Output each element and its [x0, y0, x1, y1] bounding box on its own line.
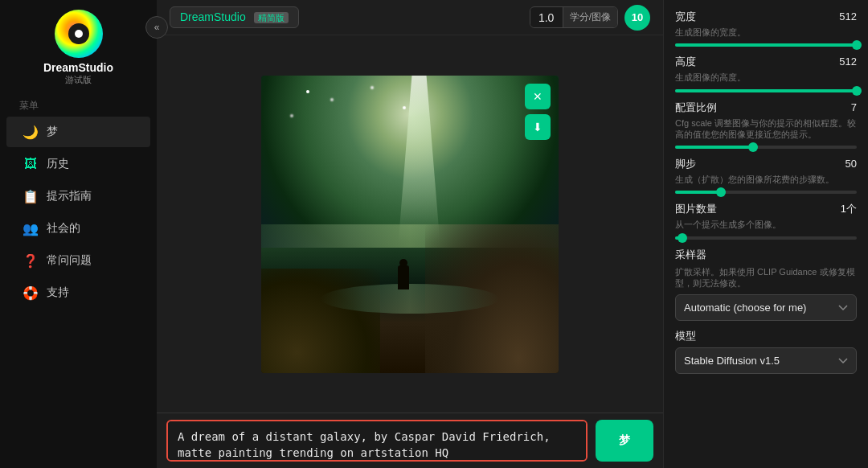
- menu-label: 菜单: [19, 99, 39, 113]
- cfg-slider-thumb: [748, 142, 758, 152]
- cfg-section: 配置比例 7 Cfg scale 调整图像与你的提示的相似程度。较高的值使您的图…: [675, 101, 857, 150]
- edition-badge: 精简版: [254, 12, 289, 23]
- sidebar-item-label-support: 支持: [47, 285, 69, 300]
- main-content: DreamStudio 精简版 学分/图像 10: [157, 0, 663, 468]
- width-label: 宽度: [675, 10, 696, 24]
- title-badge: DreamStudio 精简版: [170, 6, 299, 28]
- model-section: 模型 Stable Diffusion v1.5: [675, 329, 857, 374]
- guide-icon: 📋: [23, 188, 39, 204]
- height-slider-track[interactable]: [675, 89, 857, 92]
- count-slider-thumb: [678, 233, 687, 243]
- close-icon: ✕: [533, 90, 542, 103]
- model-select[interactable]: Stable Diffusion v1.5: [675, 347, 857, 374]
- copy-image-button[interactable]: ⬇: [525, 114, 551, 140]
- image-action-buttons: ✕ ⬇: [525, 84, 551, 140]
- sidebar-item-label-faq: 常问问题: [47, 253, 92, 268]
- height-desc: 生成图像的高度。: [675, 72, 857, 83]
- count-desc: 从一个提示生成多个图像。: [675, 219, 857, 230]
- cfg-slider-track[interactable]: [675, 146, 857, 149]
- credits-unit: 学分/图像: [563, 7, 617, 27]
- generated-image: [261, 76, 559, 373]
- steps-slider-track[interactable]: [675, 191, 857, 194]
- prompt-bar: 梦: [157, 413, 663, 468]
- faq-icon: ❓: [23, 252, 39, 269]
- app-subtitle: 游试版: [65, 74, 92, 86]
- cfg-desc: Cfg scale 调整图像与你的提示的相似程度。较高的值使您的图像更接近您的提…: [675, 117, 857, 141]
- logo-area: DreamStudio 游试版: [43, 10, 113, 86]
- sampler-desc: 扩散采样。如果使用 CLIP Guidance 或修复模型，则无法修改。: [675, 266, 857, 289]
- steps-section: 脚步 50 生成（扩散）您的图像所花费的步骤数。: [675, 157, 857, 194]
- count-label: 图片数量: [675, 202, 717, 216]
- steps-label: 脚步: [675, 157, 696, 171]
- sidebar-item-dream[interactable]: 🌙 梦: [6, 117, 150, 147]
- width-slider-thumb: [852, 40, 862, 50]
- count-value: 1个: [841, 202, 857, 216]
- sidebar-item-guide[interactable]: 📋 提示指南: [6, 181, 150, 211]
- width-slider-fill: [675, 43, 857, 47]
- count-section: 图片数量 1个 从一个提示生成多个图像。: [675, 202, 857, 239]
- credits-balance: 10: [624, 5, 650, 31]
- sampler-section: 采样器 扩散采样。如果使用 CLIP Guidance 或修复模型，则无法修改。…: [675, 248, 857, 322]
- logo-eye: [68, 23, 89, 44]
- model-label: 模型: [675, 329, 857, 343]
- sidebar-item-label-social: 社会的: [47, 221, 80, 236]
- rocks-left: [261, 269, 380, 373]
- support-icon: 🛟: [23, 285, 39, 301]
- figure-layer: [398, 265, 409, 289]
- height-label: 高度: [675, 55, 696, 69]
- image-wrapper: ✕ ⬇: [261, 76, 559, 373]
- title-text: DreamStudio: [180, 10, 246, 23]
- width-value: 512: [839, 10, 857, 23]
- width-section: 宽度 512 生成图像的宽度。: [675, 10, 857, 47]
- social-icon: 👥: [23, 220, 39, 236]
- sidebar-item-label-dream: 梦: [47, 125, 58, 139]
- credits-amount[interactable]: [530, 8, 563, 27]
- sidebar: « DreamStudio 游试版 菜单 🌙 梦 🖼 历史 📋 提示指南 👥 社…: [0, 0, 157, 468]
- cfg-label: 配置比例: [675, 101, 717, 115]
- close-image-button[interactable]: ✕: [525, 84, 551, 109]
- sidebar-item-social[interactable]: 👥 社会的: [6, 213, 150, 244]
- sidebar-nav: 🌙 梦 🖼 历史 📋 提示指南 👥 社会的 ❓ 常问问题 🛟 支持: [0, 116, 157, 309]
- water-layer: [321, 284, 499, 314]
- generate-button[interactable]: 梦: [596, 420, 653, 462]
- app-header: DreamStudio 精简版 学分/图像 10: [157, 0, 663, 35]
- collapse-button[interactable]: «: [145, 16, 168, 39]
- steps-slider-thumb: [716, 187, 726, 197]
- credits-input-group: 学分/图像: [530, 6, 618, 28]
- sidebar-item-support[interactable]: 🛟 支持: [6, 277, 150, 308]
- width-slider-track[interactable]: [675, 43, 857, 47]
- height-section: 高度 512 生成图像的高度。: [675, 55, 857, 92]
- cfg-value: 7: [851, 101, 857, 113]
- image-icon: 🖼: [23, 156, 39, 172]
- cfg-slider-fill: [675, 146, 753, 149]
- stars-layer: [306, 90, 309, 93]
- steps-value: 50: [845, 158, 857, 170]
- copy-icon: ⬇: [533, 121, 542, 133]
- steps-desc: 生成（扩散）您的图像所花费的步骤数。: [675, 174, 857, 185]
- sidebar-item-label-history: 历史: [47, 157, 69, 171]
- height-slider-thumb: [852, 86, 862, 96]
- width-desc: 生成图像的宽度。: [675, 27, 857, 38]
- moon-icon: 🌙: [23, 124, 39, 140]
- steps-slider-fill: [675, 191, 721, 194]
- count-slider-track[interactable]: [675, 236, 857, 240]
- image-area: ✕ ⬇: [157, 35, 663, 413]
- sampler-label: 采样器: [675, 248, 857, 262]
- app-title: DreamStudio: [43, 61, 113, 74]
- height-slider-fill: [675, 89, 857, 92]
- prompt-input[interactable]: [166, 420, 588, 462]
- sidebar-item-faq[interactable]: ❓ 常问问题: [6, 245, 150, 276]
- sidebar-item-label-guide: 提示指南: [47, 189, 92, 203]
- logo-icon: [55, 10, 103, 58]
- sampler-select[interactable]: Automatic (choose for me): [675, 294, 857, 321]
- height-value: 512: [839, 55, 857, 68]
- right-panel: 宽度 512 生成图像的宽度。 高度 512 生成图像的高度。 配置比例 7 C…: [663, 0, 868, 468]
- sidebar-item-history[interactable]: 🖼 历史: [6, 149, 150, 179]
